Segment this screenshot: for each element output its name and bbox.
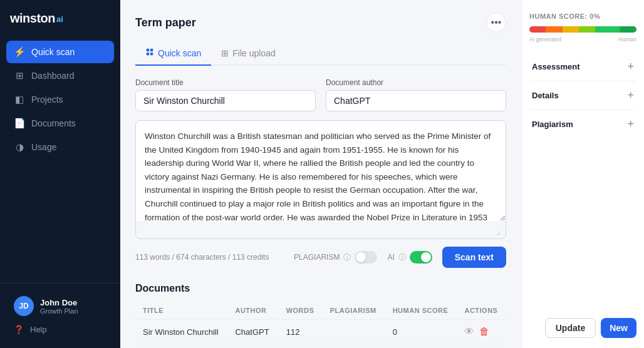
assessment-expand-icon: + bbox=[627, 60, 634, 73]
svg-rect-3 bbox=[150, 53, 153, 55]
sidebar-item-documents[interactable]: 📄 Documents bbox=[6, 112, 114, 135]
col-title: TITLE bbox=[135, 303, 227, 320]
documents-table: TITLE AUTHOR WORDS PLAGIARISM HUMAN SCOR… bbox=[135, 303, 506, 348]
right-panel: HUMAN SCORE: 0% Ai generated Human Asses… bbox=[521, 0, 644, 348]
ai-info-icon[interactable]: ⓘ bbox=[398, 252, 406, 263]
document-textarea[interactable] bbox=[136, 121, 506, 221]
bar-green bbox=[595, 26, 620, 33]
doc-title-cell[interactable]: Sir Winston Churchill bbox=[135, 344, 227, 349]
action-icons: 👁 🗑 bbox=[464, 326, 499, 337]
details-label: Details bbox=[532, 91, 559, 100]
col-words: WORDS bbox=[279, 303, 323, 320]
score-bar-indicator: Ai generated Human bbox=[529, 36, 636, 43]
new-button[interactable]: New bbox=[601, 318, 636, 338]
dashboard-icon: ⊞ bbox=[14, 70, 25, 81]
scan-right: PLAGIARISM ⓘ AI ⓘ Scan text bbox=[294, 247, 506, 268]
form-row: Document title Document author bbox=[135, 78, 506, 111]
page-title: Term paper bbox=[135, 16, 196, 29]
plagiarism-section-label: Plagiarism bbox=[532, 120, 573, 129]
table-header-row: TITLE AUTHOR WORDS PLAGIARISM HUMAN SCOR… bbox=[135, 303, 506, 320]
documents-icon: 📄 bbox=[14, 118, 25, 129]
ai-toggle-knob bbox=[421, 252, 431, 262]
tabs-bar: Quick scan ⊞ File upload bbox=[135, 43, 506, 66]
user-name: John Doe bbox=[40, 298, 106, 307]
doc-author-cell: John Doe bbox=[227, 344, 278, 349]
doc-author-group: Document author bbox=[326, 78, 506, 111]
sidebar-item-quick-scan[interactable]: ⚡ Quick scan bbox=[6, 41, 114, 63]
view-icon[interactable]: 👁 bbox=[464, 326, 474, 337]
doc-author-input[interactable] bbox=[326, 90, 506, 111]
svg-rect-2 bbox=[147, 53, 149, 55]
plagiarism-toggle-knob bbox=[356, 252, 366, 262]
update-button[interactable]: Update bbox=[545, 318, 596, 338]
tab-file-upload[interactable]: ⊞ File upload bbox=[211, 43, 286, 66]
doc-words-cell: 151 bbox=[279, 344, 323, 349]
plagiarism-expand-icon: + bbox=[627, 118, 634, 131]
sidebar-item-label: Dashboard bbox=[31, 71, 75, 81]
more-options-button[interactable]: ••• bbox=[486, 13, 506, 33]
file-upload-tab-icon: ⊞ bbox=[221, 48, 229, 58]
bar-lime bbox=[579, 26, 595, 33]
tab-file-upload-label: File upload bbox=[232, 48, 276, 58]
documents-section-title: Documents bbox=[135, 283, 506, 294]
logo-ai: ai bbox=[56, 14, 63, 24]
quick-scan-icon: ⚡ bbox=[14, 46, 25, 58]
projects-icon: ◧ bbox=[14, 94, 25, 105]
panel-sections: Assessment + Details + Plagiarism + bbox=[529, 53, 636, 138]
avatar: JD bbox=[14, 296, 34, 316]
doc-words-cell: 112 bbox=[279, 320, 323, 344]
plagiarism-info-icon[interactable]: ⓘ bbox=[343, 252, 351, 263]
help-row[interactable]: ❓ Help bbox=[6, 321, 114, 338]
panel-section-assessment[interactable]: Assessment + bbox=[529, 53, 636, 81]
plagiarism-label: PLAGIARISM bbox=[294, 253, 340, 262]
main-content: Term paper ••• Quick scan ⊞ File upload … bbox=[120, 0, 521, 348]
ai-label: AI bbox=[387, 253, 394, 262]
table-row: Sir Winston Churchill ChatGPT 112 0 👁 🗑 bbox=[135, 320, 506, 344]
sidebar-footer: JD John Doe Growth Plan ❓ Help bbox=[0, 283, 120, 348]
scan-controls: 113 words / 674 characters / 113 credits… bbox=[135, 247, 506, 268]
sidebar: winston ai ⚡ Quick scan ⊞ Dashboard ◧ Pr… bbox=[0, 0, 120, 348]
col-author: AUTHOR bbox=[227, 303, 278, 320]
scan-text-button[interactable]: Scan text bbox=[442, 247, 506, 268]
doc-plagiarism-cell bbox=[323, 320, 385, 344]
delete-icon[interactable]: 🗑 bbox=[479, 326, 489, 337]
doc-actions-cell: 👁 🗑 bbox=[457, 320, 506, 344]
details-expand-icon: + bbox=[627, 89, 634, 102]
content-area: Term paper ••• Quick scan ⊞ File upload … bbox=[120, 0, 521, 348]
resize-icon: ⌟ bbox=[496, 226, 501, 236]
tab-quick-scan[interactable]: Quick scan bbox=[135, 43, 211, 66]
quick-scan-tab-icon bbox=[145, 48, 154, 58]
plagiarism-toggle[interactable] bbox=[355, 251, 377, 264]
sidebar-item-label: Documents bbox=[31, 118, 76, 128]
bar-label-left: Ai generated bbox=[529, 36, 561, 43]
user-plan: Growth Plan bbox=[40, 307, 106, 315]
sidebar-item-projects[interactable]: ◧ Projects bbox=[6, 88, 114, 111]
usage-icon: ◑ bbox=[14, 141, 25, 153]
doc-human-score-cell: 0 bbox=[385, 320, 457, 344]
help-icon: ❓ bbox=[14, 325, 24, 334]
sidebar-item-usage[interactable]: ◑ Usage bbox=[6, 136, 114, 158]
sidebar-item-label: Usage bbox=[31, 142, 56, 152]
col-human-score: HUMAN SCORE bbox=[385, 303, 457, 320]
ai-toggle[interactable] bbox=[410, 251, 432, 264]
doc-title-input[interactable] bbox=[135, 90, 316, 111]
resize-handle: ⌟ bbox=[136, 223, 506, 238]
assessment-label: Assessment bbox=[532, 62, 580, 71]
doc-author-cell: ChatGPT bbox=[227, 320, 278, 344]
ai-toggle-group: AI ⓘ bbox=[387, 251, 432, 264]
logo-text: winston bbox=[10, 11, 55, 26]
help-label: Help bbox=[30, 325, 47, 334]
sidebar-nav: ⚡ Quick scan ⊞ Dashboard ◧ Projects 📄 Do… bbox=[0, 36, 120, 283]
user-row[interactable]: JD John Doe Growth Plan bbox=[6, 291, 114, 321]
panel-section-plagiarism[interactable]: Plagiarism + bbox=[529, 110, 636, 138]
sidebar-item-dashboard[interactable]: ⊞ Dashboard bbox=[6, 64, 114, 87]
doc-human-score-cell: 100 bbox=[385, 344, 457, 349]
bar-darkgreen bbox=[620, 26, 636, 33]
doc-title-group: Document title bbox=[135, 78, 316, 111]
doc-actions-cell: 👁 🗑 bbox=[457, 344, 506, 349]
page-header: Term paper ••• bbox=[135, 13, 506, 33]
human-score-title: HUMAN SCORE: 0% bbox=[529, 13, 600, 20]
panel-section-details[interactable]: Details + bbox=[529, 81, 636, 110]
doc-title-cell[interactable]: Sir Winston Churchill bbox=[135, 320, 227, 344]
logo-area: winston ai bbox=[0, 0, 120, 36]
